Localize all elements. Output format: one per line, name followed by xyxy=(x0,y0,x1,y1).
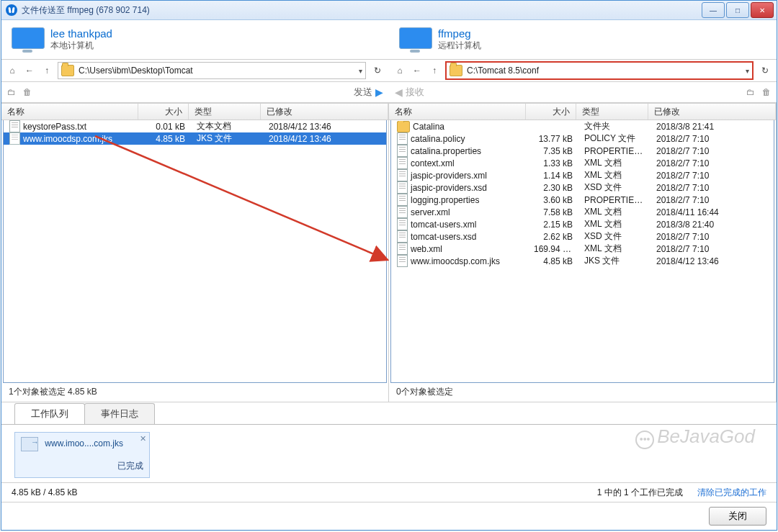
local-path: C:\Users\ibm\Desktop\Tomcat xyxy=(79,66,354,76)
remote-computer-name: ffmpeg xyxy=(438,27,481,40)
local-computer-sub: 本地计算机 xyxy=(50,40,112,52)
folder-icon xyxy=(450,65,462,76)
transfer-progress: 4.85 kB / 4.85 kB xyxy=(12,487,77,497)
receive-arrow-icon[interactable]: ◀ xyxy=(395,86,403,98)
watermark: •••BeJavaGod xyxy=(635,425,755,449)
maximize-button[interactable]: □ xyxy=(726,2,749,18)
tab-work-queue[interactable]: 工作队列 xyxy=(14,403,85,424)
button-bar: 关闭 xyxy=(1,502,777,530)
queue-filename: www.imoo....com.jks xyxy=(45,438,123,448)
minimize-button[interactable]: — xyxy=(702,2,725,18)
teamviewer-icon xyxy=(6,4,17,16)
new-folder-icon[interactable]: 🗀 xyxy=(7,87,16,97)
remote-nav: ⌂ ← ↑ C:\Tomcat 8.5\conf ▾ ↻ xyxy=(389,60,777,81)
monitor-icon xyxy=(399,27,431,52)
receive-label[interactable]: 接收 xyxy=(406,86,424,99)
refresh-icon[interactable]: ↻ xyxy=(370,66,385,76)
jobs-status: 1 中的 1 个工作已完成 xyxy=(597,487,683,499)
monitor-icon xyxy=(12,27,43,52)
footer: 4.85 kB / 4.85 kB 1 中的 1 个工作已完成 清除已完成的工作 xyxy=(1,482,777,502)
local-actions: 🗀 🗑 发送 ▶ xyxy=(1,82,389,102)
delete-icon[interactable]: 🗑 xyxy=(23,87,32,97)
address-row: ⌂ ← ↑ C:\Users\ibm\Desktop\Tomcat ▾ ↻ ⌂ … xyxy=(1,60,777,82)
titlebar: 文件传送至 ffmpeg (678 902 714) — □ ✕ xyxy=(1,1,777,20)
remote-computer-panel: ffmpeg 远程计算机 xyxy=(389,20,777,59)
up-icon[interactable]: ↑ xyxy=(40,64,53,77)
clear-completed-link[interactable]: 清除已完成的工作 xyxy=(697,487,766,499)
remote-path: C:\Tomcat 8.5\conf xyxy=(467,66,741,76)
chevron-down-icon[interactable]: ▾ xyxy=(746,67,749,75)
up-icon[interactable]: ↑ xyxy=(428,64,441,77)
remote-actions: ◀ 接收 🗀 🗑 xyxy=(389,82,777,102)
window-title: 文件传送至 ffmpeg (678 902 714) xyxy=(22,4,700,17)
local-computer-name: lee thankpad xyxy=(50,27,112,40)
home-icon[interactable]: ⌂ xyxy=(393,64,406,77)
remote-address-bar[interactable]: C:\Tomcat 8.5\conf ▾ xyxy=(445,61,754,80)
computers-row: lee thankpad 本地计算机 ffmpeg 远程计算机 xyxy=(1,20,777,60)
app-window: 文件传送至 ffmpeg (678 902 714) — □ ✕ lee tha… xyxy=(1,0,777,531)
close-dialog-button[interactable]: 关闭 xyxy=(709,507,766,526)
annotation-arrow-icon xyxy=(1,103,777,391)
svg-line-0 xyxy=(95,136,388,260)
folder-icon xyxy=(61,65,74,76)
actions-row: 🗀 🗑 发送 ▶ ◀ 接收 🗀 🗑 xyxy=(1,82,777,103)
queue-card[interactable]: ✕ www.imoo....com.jks 已完成 xyxy=(14,432,150,478)
home-icon[interactable]: ⌂ xyxy=(6,64,19,77)
chevron-down-icon[interactable]: ▾ xyxy=(359,67,362,75)
queue-status: 已完成 xyxy=(21,460,143,472)
send-arrow-icon[interactable]: ▶ xyxy=(375,86,383,98)
tabs-bar: 工作队列 事件日志 xyxy=(1,402,777,425)
local-computer-panel: lee thankpad 本地计算机 xyxy=(1,20,389,59)
close-button[interactable]: ✕ xyxy=(751,2,774,18)
filepanes: 名称 大小 类型 已修改 keystorePass.txt0.01 kB文本文档… xyxy=(1,103,777,402)
send-label[interactable]: 发送 xyxy=(354,86,372,99)
delete-icon[interactable]: 🗑 xyxy=(762,87,771,97)
transfer-icon xyxy=(21,437,38,451)
local-address-bar[interactable]: C:\Users\ibm\Desktop\Tomcat ▾ xyxy=(58,62,366,79)
remote-computer-sub: 远程计算机 xyxy=(438,40,481,52)
window-controls: — □ ✕ xyxy=(700,2,774,18)
refresh-icon[interactable]: ↻ xyxy=(758,66,772,76)
new-folder-icon[interactable]: 🗀 xyxy=(746,87,755,97)
back-icon[interactable]: ← xyxy=(411,64,424,77)
back-icon[interactable]: ← xyxy=(23,64,36,77)
local-nav: ⌂ ← ↑ C:\Users\ibm\Desktop\Tomcat ▾ ↻ xyxy=(1,60,389,81)
tab-event-log[interactable]: 事件日志 xyxy=(84,403,155,424)
queue-area: ✕ www.imoo....com.jks 已完成 •••BeJavaGod xyxy=(1,425,777,482)
close-icon[interactable]: ✕ xyxy=(140,434,146,443)
